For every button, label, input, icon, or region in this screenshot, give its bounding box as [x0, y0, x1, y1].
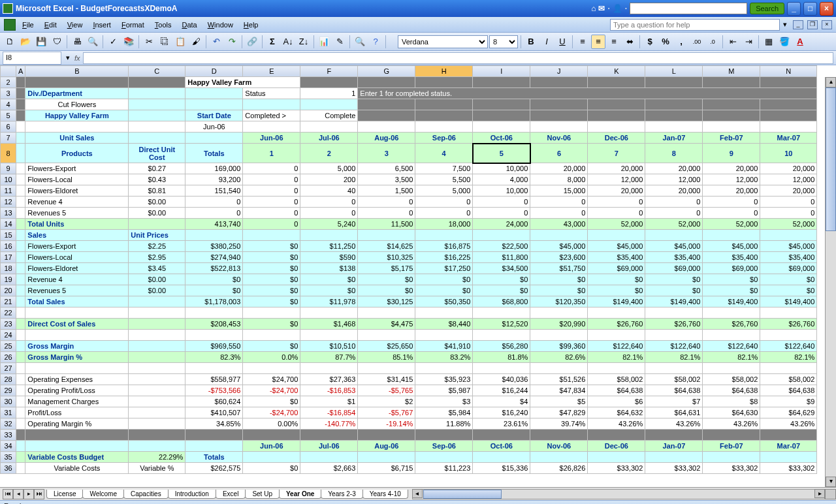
cell[interactable]: [530, 452, 588, 463]
cell[interactable]: Completed >: [243, 110, 300, 121]
cell[interactable]: [760, 99, 817, 110]
cell[interactable]: [473, 121, 530, 133]
cell[interactable]: 20,000: [760, 185, 817, 197]
cell[interactable]: $27,363: [300, 374, 358, 385]
menu-help[interactable]: Help: [238, 20, 264, 30]
tab-next-icon[interactable]: ▸: [24, 489, 34, 499]
row-header[interactable]: 2: [1, 77, 16, 88]
cell[interactable]: Feb-07: [703, 441, 760, 452]
cell[interactable]: $4,475: [358, 319, 415, 330]
cell[interactable]: Flowers-Eldoret: [25, 263, 129, 274]
cell[interactable]: 20,000: [703, 163, 760, 174]
cell[interactable]: $10,325: [358, 252, 415, 263]
cell[interactable]: $34,500: [473, 263, 530, 274]
cell[interactable]: $33,302: [588, 463, 645, 474]
doc-restore-button[interactable]: ❐: [807, 20, 818, 29]
cell[interactable]: 12,000: [645, 174, 703, 185]
cell[interactable]: $149,400: [703, 296, 760, 307]
italic-button[interactable]: I: [539, 35, 554, 49]
cell[interactable]: [16, 252, 25, 263]
cell[interactable]: [129, 352, 185, 363]
cell[interactable]: Jun-06: [243, 133, 300, 144]
cell[interactable]: Flowers-Local: [25, 252, 129, 263]
cell[interactable]: [300, 430, 358, 441]
vertical-scrollbar[interactable]: ▴ ▾: [825, 77, 836, 487]
column-header[interactable]: K: [588, 66, 645, 77]
cell[interactable]: [358, 452, 415, 463]
cell[interactable]: [16, 208, 25, 219]
cell[interactable]: [703, 430, 760, 441]
cell[interactable]: $0: [243, 252, 300, 263]
cell[interactable]: Sales: [25, 230, 129, 241]
cell[interactable]: $5,175: [358, 263, 415, 274]
cell[interactable]: Unit Prices: [129, 230, 185, 241]
cell[interactable]: [703, 363, 760, 374]
cell[interactable]: 0: [760, 208, 817, 219]
percent-icon[interactable]: %: [658, 35, 673, 49]
cell[interactable]: [16, 430, 25, 441]
cell[interactable]: [645, 230, 703, 241]
cell[interactable]: 20,000: [760, 163, 817, 174]
cell[interactable]: [415, 77, 473, 88]
cell[interactable]: $64,632: [588, 407, 645, 418]
cell[interactable]: $0: [760, 285, 817, 296]
cell[interactable]: $0: [358, 274, 415, 285]
cell[interactable]: $522,813: [185, 263, 243, 274]
cell[interactable]: [645, 121, 703, 133]
cell[interactable]: [588, 452, 645, 463]
cell[interactable]: $26,760: [703, 319, 760, 330]
cell[interactable]: $17,250: [415, 263, 473, 274]
cell[interactable]: $5,987: [415, 385, 473, 396]
cell[interactable]: [703, 230, 760, 241]
cell[interactable]: 87.7%: [300, 352, 358, 363]
cell[interactable]: $33,302: [645, 463, 703, 474]
cell[interactable]: [16, 230, 25, 241]
cell[interactable]: [16, 241, 25, 252]
cell[interactable]: Jul-06: [300, 441, 358, 452]
cell[interactable]: $58,002: [703, 374, 760, 385]
person-icon[interactable]: 👤: [613, 4, 622, 13]
cell[interactable]: [473, 110, 530, 121]
cell[interactable]: Sep-06: [415, 133, 473, 144]
sheet-tab[interactable]: Welcome: [82, 490, 124, 499]
cell[interactable]: [129, 430, 185, 441]
cell[interactable]: 52,000: [645, 219, 703, 230]
menu-insert[interactable]: Insert: [88, 20, 116, 30]
cell[interactable]: $26,760: [760, 319, 817, 330]
tab-first-icon[interactable]: ⏮: [3, 489, 13, 499]
cell[interactable]: 20,000: [703, 185, 760, 197]
cell[interactable]: 82.1%: [703, 352, 760, 363]
font-selector[interactable]: Verdana: [398, 35, 488, 48]
cell[interactable]: 0: [243, 219, 300, 230]
cell[interactable]: 4,000: [473, 174, 530, 185]
cell[interactable]: Enter 1 for completed status.: [358, 88, 817, 99]
cell[interactable]: [129, 99, 185, 110]
cell[interactable]: [415, 330, 473, 341]
cell[interactable]: 1: [243, 144, 300, 163]
cell[interactable]: $23,600: [530, 252, 588, 263]
menu-view[interactable]: View: [62, 20, 88, 30]
spelling-icon[interactable]: ✓: [106, 35, 120, 49]
cell[interactable]: [129, 219, 185, 230]
cell[interactable]: $35,400: [703, 252, 760, 263]
cell[interactable]: $0.00: [129, 274, 185, 285]
row-header[interactable]: 34: [1, 441, 16, 452]
cell[interactable]: $35,923: [415, 374, 473, 385]
cell[interactable]: [16, 185, 25, 197]
cell[interactable]: $26,760: [588, 319, 645, 330]
cell[interactable]: 12,000: [760, 174, 817, 185]
cell[interactable]: $2: [358, 396, 415, 407]
zoom-icon[interactable]: 🔍: [353, 35, 367, 49]
cell[interactable]: $45,000: [588, 241, 645, 252]
cell[interactable]: 20,000: [645, 185, 703, 197]
cell[interactable]: [129, 121, 185, 133]
cell[interactable]: [185, 430, 243, 441]
cell[interactable]: $5: [530, 396, 588, 407]
cell[interactable]: $45,000: [645, 241, 703, 252]
cell[interactable]: 0: [473, 208, 530, 219]
cell[interactable]: $138: [300, 263, 358, 274]
cell[interactable]: 20,000: [588, 185, 645, 197]
cell[interactable]: Revenues 5: [25, 208, 129, 219]
cell[interactable]: Dec-06: [588, 133, 645, 144]
cell[interactable]: 2: [300, 144, 358, 163]
